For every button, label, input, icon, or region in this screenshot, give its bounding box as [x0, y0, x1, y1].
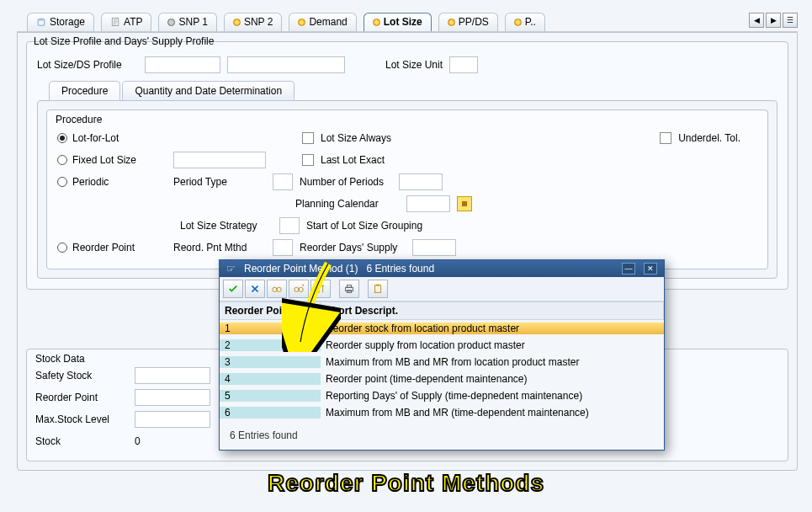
procedure-panel: Procedure Lot-for-Lot Lot Size Always Un…	[37, 100, 778, 279]
svg-point-0	[38, 19, 45, 21]
tab-label: SNP 1	[178, 16, 207, 28]
radio-icon	[57, 177, 67, 187]
tab-label: Storage	[50, 16, 85, 28]
lot-size-always-label: Lot Size Always	[321, 132, 391, 144]
radio-reorder-point[interactable]: Reorder Point	[57, 242, 167, 253]
tab-bar: Storage ATP SNP 1 SNP 2 Demand Lot Size …	[17, 8, 798, 32]
lot-size-strategy-field[interactable]	[279, 217, 300, 234]
lot-size-ds-profile-field1[interactable]	[145, 56, 220, 73]
radio-lot-for-lot[interactable]: Lot-for-Lot	[57, 132, 167, 144]
lot-size-unit-field[interactable]	[449, 56, 478, 73]
popup-close-button[interactable]: ✕	[644, 263, 657, 275]
status-dot-icon	[233, 19, 241, 26]
period-type-field[interactable]	[273, 173, 293, 190]
status-dot-icon	[448, 19, 455, 26]
stock-label: Stock	[35, 435, 128, 447]
checkbox-last-lot-exact[interactable]	[302, 154, 314, 166]
tab-ppds[interactable]: PP/DS	[438, 13, 498, 31]
radio-periodic[interactable]: Periodic	[57, 176, 167, 188]
planning-calendar-valuehelp-button[interactable]	[457, 196, 472, 211]
clipboard-button[interactable]	[368, 280, 388, 298]
svg-point-2	[273, 287, 277, 291]
lot-size-strategy-label: Lot Size Strategy	[180, 220, 273, 232]
max-stock-label: Max.Stock Level	[35, 413, 128, 425]
subtab-quantity-date[interactable]: Quantity and Date Determination	[122, 81, 295, 100]
subtab-bar: Procedure Quantity and Date Determinatio…	[49, 81, 778, 100]
search-button[interactable]	[267, 280, 287, 298]
reorder-point-method-popup: ☞ Reorder Point Method (1) 6 Entries fou…	[219, 259, 665, 451]
number-periods-field[interactable]	[399, 173, 443, 190]
tab-storage[interactable]: Storage	[27, 13, 94, 31]
x-icon	[249, 283, 261, 295]
popup-row[interactable]: 4Reorder point (time-dependent maintenan…	[220, 371, 664, 387]
reord-pnt-mthd-field[interactable]	[273, 239, 293, 256]
tab-snp1[interactable]: SNP 1	[158, 13, 216, 31]
popup-row[interactable]: 5Reporting Days' of Supply (time-depnede…	[220, 387, 664, 404]
radio-icon	[57, 243, 67, 253]
row-desc: Reorder point (time-dependent maintenanc…	[321, 373, 664, 385]
print-button[interactable]	[339, 280, 359, 298]
check-icon	[227, 283, 239, 295]
checkbox-lot-size-always[interactable]	[302, 132, 314, 144]
popup-row[interactable]: 1Reorder stock from location product mas…	[220, 320, 664, 337]
tab-scroll-left-button[interactable]: ◀	[749, 13, 764, 28]
radio-label: Reorder Point	[72, 242, 135, 253]
popup-col1-header[interactable]: Reorder Point M...	[220, 302, 321, 319]
planning-calendar-field[interactable]	[406, 195, 450, 212]
popup-status: 6 Entries found	[220, 421, 664, 450]
popup-title-text: Reorder Point Method (1)	[244, 263, 358, 275]
row-number: 4	[220, 373, 321, 385]
max-stock-field[interactable]	[135, 411, 210, 428]
printer-icon	[343, 283, 355, 295]
sort-button[interactable]	[310, 280, 331, 298]
last-lot-exact-label: Last Lot Exact	[321, 154, 385, 166]
sort-icon	[315, 283, 326, 295]
procedure-title: Procedure	[56, 114, 102, 125]
popup-row[interactable]: 3Maximum from MB and MR from location pr…	[220, 354, 664, 371]
checkbox-underdel-tol[interactable]	[660, 132, 671, 144]
doc-icon	[110, 17, 120, 27]
radio-fixed-lot-size[interactable]: Fixed Lot Size	[57, 154, 167, 166]
popup-entries-subtitle: 6 Entries found	[366, 263, 434, 275]
popup-col2-header[interactable]: Short Descript.	[321, 302, 664, 319]
popup-titlebar[interactable]: ☞ Reorder Point Method (1) 6 Entries fou…	[220, 260, 664, 277]
popup-minimize-button[interactable]: —	[622, 263, 635, 275]
row-number: 3	[220, 356, 321, 368]
row-desc: Reorder supply from location product mas…	[321, 339, 664, 351]
fixed-lot-size-field[interactable]	[173, 152, 266, 168]
cancel-button[interactable]	[245, 280, 265, 298]
reorder-point-label: Reorder Point	[35, 392, 128, 403]
svg-rect-9	[375, 285, 381, 293]
svg-rect-10	[376, 285, 379, 286]
underdel-label: Underdel. Tol.	[678, 132, 740, 144]
stock-value: 0	[135, 435, 141, 447]
tab-atp[interactable]: ATP	[101, 13, 151, 31]
tab-label: P..	[525, 16, 536, 28]
status-dot-icon	[373, 19, 380, 26]
row-desc: Reporting Days' of Supply (time-depneden…	[321, 390, 664, 402]
tab-list-button[interactable]: ☰	[783, 13, 798, 28]
start-group-label: Start of Lot Size Grouping	[306, 220, 422, 232]
radio-icon	[57, 155, 67, 165]
row-number: 2	[220, 339, 321, 351]
annotation-caption: Reorder Point Methods	[268, 470, 544, 497]
accept-button[interactable]	[223, 280, 243, 298]
tab-scroll-right-button[interactable]: ▶	[766, 13, 781, 28]
search-next-button[interactable]	[289, 280, 309, 298]
safety-stock-label: Safety Stock	[35, 370, 128, 381]
svg-point-4	[295, 287, 299, 291]
reorder-days-field[interactable]	[412, 239, 456, 256]
subtab-procedure[interactable]: Procedure	[49, 81, 120, 100]
reorder-point-field[interactable]	[135, 389, 210, 406]
tab-lot-size[interactable]: Lot Size	[364, 13, 432, 31]
tab-p-more[interactable]: P..	[505, 13, 545, 31]
tab-demand[interactable]: Demand	[289, 13, 356, 31]
popup-titlebar-icon: ☞	[226, 263, 236, 275]
popup-row[interactable]: 2Reorder supply from location product ma…	[220, 337, 664, 354]
tab-snp2[interactable]: SNP 2	[224, 13, 282, 31]
popup-row[interactable]: 6Maximum from MB and MR (time-dependent …	[220, 404, 664, 421]
lot-size-ds-profile-field2[interactable]	[227, 56, 345, 73]
safety-stock-field[interactable]	[135, 367, 210, 384]
procedure-group: Procedure Lot-for-Lot Lot Size Always Un…	[46, 109, 768, 269]
row-desc: Reorder stock from location product mast…	[321, 323, 664, 334]
